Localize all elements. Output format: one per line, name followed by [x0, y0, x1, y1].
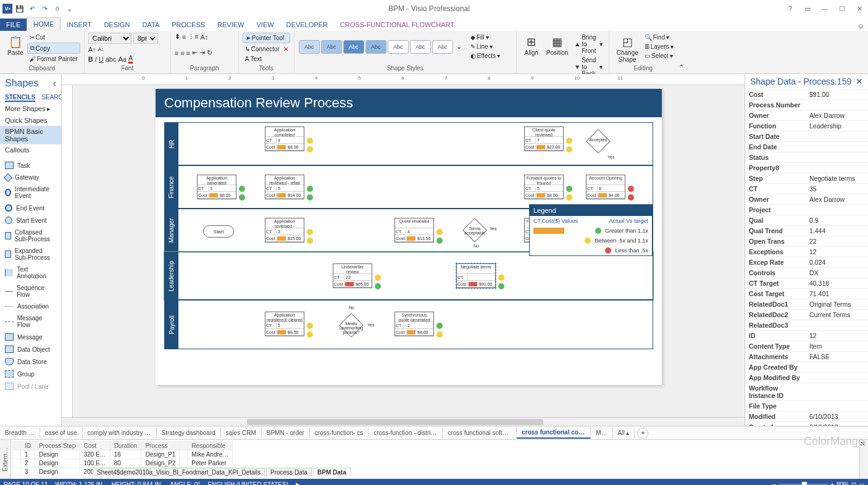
page-tab[interactable]: cross-function - distribution — [369, 428, 443, 438]
tab-view[interactable]: VIEW — [250, 19, 280, 31]
shape-message-flow[interactable]: Message Flow — [0, 312, 61, 331]
zoom-in-icon[interactable]: + — [830, 481, 834, 486]
grow-font-icon[interactable]: A↑ — [88, 46, 96, 53]
page-tab-active[interactable]: cross functional compen… — [517, 427, 591, 439]
proc-app-completed[interactable]: Application completed CT4 Cost$8.00 — [265, 126, 304, 151]
shrink-font-icon[interactable]: A↓ — [98, 46, 105, 52]
italic-icon[interactable]: I — [95, 56, 97, 63]
line-button[interactable]: ✎ Line ▾ — [468, 42, 503, 51]
text-direction-icon[interactable]: A↕ — [201, 33, 209, 41]
shape-collapsed-subprocess[interactable]: Collapsed Sub-Process — [0, 226, 61, 245]
gateway-terms-acceptable[interactable]: Terms acceptable — [462, 218, 487, 243]
zoom-control[interactable]: − + 80% ⊡ ▭ — [772, 481, 864, 486]
shape-data-row[interactable]: Cost Target71.401 — [745, 289, 868, 299]
paste-button[interactable]: 📋Paste — [4, 33, 27, 64]
bring-to-front-button[interactable]: ▲ Bring to Front ▾ — [572, 33, 605, 56]
shape-end-event[interactable]: End Event — [0, 202, 61, 214]
page-tab[interactable]: comply with industry stand… — [83, 428, 157, 438]
minimize-icon[interactable]: — — [819, 5, 831, 13]
shape-data-row[interactable]: RelatedDoc1Original Terms — [745, 299, 868, 310]
indent-inc-icon[interactable]: ⇥ — [199, 49, 205, 57]
style-swatch-2[interactable]: Abc — [321, 40, 342, 54]
tab-home[interactable]: HOME — [27, 17, 61, 31]
change-shape-button[interactable]: ◰Change Shape — [613, 33, 642, 65]
format-painter-button[interactable]: 🖌 Format Painter — [27, 54, 80, 64]
save-icon[interactable]: 💾 — [15, 4, 25, 14]
shape-data-grid[interactable]: Cost$91.00Process NumberOwnerAlex Darrow… — [745, 89, 868, 426]
shape-expanded-subprocess[interactable]: Expanded Sub-Process — [0, 245, 61, 263]
shape-message[interactable]: Message — [0, 331, 61, 343]
shape-data-row[interactable]: Created6/10/2013 — [745, 422, 868, 426]
rotate-text-icon[interactable]: ↻ — [207, 49, 212, 57]
font-name-select[interactable]: Calibri — [88, 33, 131, 44]
callouts-stencil[interactable]: Callouts — [0, 144, 61, 155]
add-page-button[interactable]: + — [637, 428, 648, 439]
proc-app-reviewed-retail[interactable]: Application reviewed - retail CT5 Cost$1… — [265, 175, 304, 199]
quick-shapes[interactable]: Quick Shapes — [0, 115, 61, 126]
shape-data-row[interactable]: End Date — [745, 142, 868, 152]
shape-data-row[interactable]: OwnerAlex Darrow — [745, 194, 868, 205]
shape-data-object[interactable]: Data Object — [0, 343, 61, 355]
font-size-select[interactable]: 8pt — [133, 33, 158, 44]
shape-data-row[interactable]: File Type — [745, 401, 868, 412]
ribbon-collapse-toggle[interactable]: ⌃ — [677, 31, 686, 73]
shape-intermediate-event[interactable]: Intermediate Event — [0, 183, 61, 202]
shape-task[interactable]: Task — [0, 159, 61, 172]
shape-data-store[interactable]: Data Store — [0, 355, 61, 368]
sheet-tab[interactable]: Process Data — [266, 468, 312, 476]
bpmn-basic-shapes[interactable]: BPMN Basic Shapes — [0, 126, 61, 144]
align-top-icon[interactable]: ⬍ — [175, 33, 180, 41]
pointer-tool-button[interactable]: ➤ Pointer Tool — [243, 33, 290, 43]
shape-data-row[interactable]: App Created By — [745, 362, 868, 373]
align-left-icon[interactable]: ≡ — [175, 49, 178, 57]
qat-dropdown-icon[interactable]: ⌄ — [64, 4, 74, 14]
tab-cross-functional[interactable]: CROSS-FUNCTIONAL FLOWCHART — [334, 19, 461, 31]
proc-sync-quote[interactable]: Synchronous quote generated CT2 Cost$8.0… — [394, 312, 434, 336]
shape-sequence-flow[interactable]: Sequence Flow — [0, 282, 61, 301]
find-button[interactable]: 🔍 Find ▾ — [642, 33, 676, 42]
sheet-tab[interactable]: Sheet4$demo2010a_Visio_BI_Foodmart_Data_… — [93, 468, 265, 476]
table-row[interactable]: 2Design100 E…80Design_P2Peter Parker — [13, 459, 233, 468]
shape-data-row[interactable]: Content TypeItem — [745, 341, 868, 352]
shape-gateway[interactable]: Gateway — [0, 172, 61, 183]
effects-button[interactable]: ◐ Effects ▾ — [468, 51, 503, 60]
stencils-tab[interactable]: STENCILS — [5, 94, 35, 102]
search-shapes-tab[interactable]: SEARCH — [41, 94, 62, 102]
undo-icon[interactable]: ↶ — [27, 4, 37, 14]
page-tab[interactable]: ease of use — [40, 428, 83, 438]
connector-tool-button[interactable]: ↳ Connector ✕ — [243, 44, 290, 54]
proc-forward-insured[interactable]: Forward quotes to insured CT5 Cost$8.00 — [524, 175, 564, 199]
page-tab[interactable]: sales CRM — [221, 428, 262, 438]
shape-data-row[interactable]: RelatedDoc3 — [745, 320, 868, 331]
fit-page-icon[interactable]: ⊡ — [851, 481, 856, 486]
shape-group[interactable]: Group — [0, 368, 61, 380]
align-mid-icon[interactable]: ≡ — [182, 33, 186, 41]
shape-data-row[interactable]: StepNegotiate terms — [745, 173, 868, 184]
shape-data-row[interactable]: CT Target40.318 — [745, 278, 868, 289]
tab-process[interactable]: PROCESS — [165, 19, 211, 31]
drawing-page[interactable]: Compensation Review Process HR Applicati… — [156, 89, 662, 385]
shape-start-event[interactable]: Start Event — [0, 214, 61, 226]
shape-data-row[interactable]: Excep Rate0.024 — [745, 257, 868, 268]
ribbon-collapse-icon[interactable]: ▭ — [801, 5, 814, 13]
shape-data-row[interactable]: Start Date — [745, 131, 868, 142]
shape-data-row[interactable]: OwnerAlex Darrow — [745, 110, 868, 121]
style-swatch-1[interactable]: Abc — [299, 40, 320, 54]
lane-hr[interactable]: HR Application completed CT4 Cost$8.00 C… — [164, 122, 653, 165]
lane-leadership[interactable]: Leadership Underwriter review CT22 Cost$… — [164, 252, 653, 300]
start-event[interactable]: Start — [203, 225, 234, 238]
swimlane-pool[interactable]: HR Application completed CT4 Cost$8.00 C… — [164, 122, 653, 376]
zoom-value[interactable]: 80% — [837, 481, 849, 486]
shape-data-row[interactable]: Open Trans22 — [745, 236, 868, 247]
shape-data-row[interactable]: Project — [745, 205, 868, 215]
shape-data-row[interactable]: Workflow Instance ID — [745, 383, 868, 401]
font-color-icon[interactable]: A — [128, 54, 133, 64]
strike-icon[interactable]: abc — [106, 56, 117, 63]
fill-button[interactable]: ◆ Fill ▾ — [468, 33, 503, 42]
shapes-collapse-icon[interactable]: ‹ — [53, 78, 56, 89]
select-button[interactable]: ▭ Select ▾ — [642, 51, 676, 60]
align-right-icon[interactable]: ≡ — [186, 49, 190, 57]
page-tab[interactable]: BPMN - order — [262, 428, 310, 438]
shape-pool-lane[interactable]: Pool / Lane — [0, 380, 61, 392]
table-row[interactable]: 1Design320 E…16Design_P1Mike Andre… — [13, 450, 233, 459]
